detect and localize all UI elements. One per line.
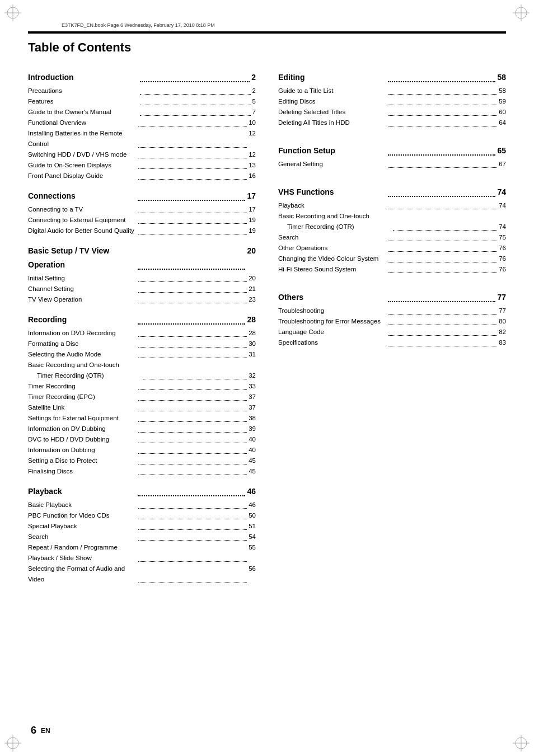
toc-item: Guide to the Owner's Manual 7 [28,107,256,118]
toc-item: Precautions 2 [28,86,256,96]
toc-item: DVC to HDD / DVD Dubbing 40 [28,434,256,445]
toc-item: Information on DVD Recording 28 [28,328,256,339]
toc-item: Repeat / Random / Programme Playback / S… [28,542,256,564]
section-editing: Editing 58 Guide to a Title List 58 Edit… [278,71,506,128]
section-heading-connections: Connections 17 [28,189,256,203]
left-column: Introduction 2 Precautions 2 Features 5 … [28,65,256,585]
toc-item: Settings for External Equipment 38 [28,413,256,424]
toc-item: Editing Discs 59 [278,96,506,107]
toc-item: Functional Overview 10 [28,118,256,128]
meta-line: E3TK7FD_EN.book Page 6 Wednesday, Februa… [28,22,506,28]
toc-item: Channel Setting 21 [28,284,256,294]
toc-item: Finalising Discs 45 [28,466,256,477]
page-language: EN [41,727,50,735]
toc-item: Language Code 82 [278,327,506,337]
corner-tr [513,4,530,21]
toc-item: Basic Playback 46 [28,500,256,510]
toc-item: Troubleshooting 77 [278,306,506,316]
section-function-setup: Function Setup 65 General Setting 67 [278,144,506,170]
page-wrapper: E3TK7FD_EN.book Page 6 Wednesday, Februa… [0,0,534,756]
toc-item: Formatting a Disc 30 [28,339,256,349]
toc-item: Specifications 83 [278,337,506,348]
page-number: 6 [31,725,36,736]
section-heading-introduction: Introduction 2 [28,71,256,84]
toc-item: Features 5 [28,96,256,107]
page-number-area: 6 EN [31,725,50,736]
toc-item: Timer Recording (EPG) 37 [28,392,256,402]
toc-item: Switching HDD / DVD / VHS mode 12 [28,149,256,160]
section-heading-function-setup: Function Setup 65 [278,144,506,158]
toc-item: Selecting the Audio Mode 31 [28,349,256,360]
toc-item: Troubleshooting for Error Messages 80 [278,316,506,327]
toc-item: General Setting 67 [278,159,506,170]
right-column: Editing 58 Guide to a Title List 58 Edit… [278,65,506,585]
toc-columns: Introduction 2 Precautions 2 Features 5 … [28,65,506,585]
section-basic-setup: Basic Setup / TV View Operation 20 Initi… [28,244,256,305]
toc-item: Search 54 [28,532,256,542]
section-heading-vhs-functions: VHS Functions 74 [278,185,506,199]
toc-item: Timer Recording (OTR) 74 [278,222,506,232]
toc-item: Installing Batteries in the Remote Contr… [28,128,256,149]
toc-item: Deleting Selected Titles 60 [278,107,506,118]
page-title: Table of Contents [28,40,506,55]
section-connections: Connections 17 Connecting to a TV 17 Con… [28,189,256,236]
section-heading-basic-setup: Basic Setup / TV View Operation 20 [28,244,256,272]
toc-item: Basic Recording and One-touch [28,360,256,370]
toc-item: Search 75 [278,232,506,243]
toc-item: Information on Dubbing 40 [28,445,256,456]
corner-tl [4,4,21,21]
toc-item: PBC Function for Video CDs 50 [28,510,256,521]
section-heading-editing: Editing 58 [278,71,506,84]
toc-item: TV View Operation 23 [28,294,256,305]
section-vhs-functions: VHS Functions 74 Playback 74 Basic Recor… [278,185,506,275]
toc-item: Information on DV Dubbing 39 [28,424,256,434]
toc-item: Timer Recording (OTR) 32 [28,370,256,381]
toc-item: Deleting All Titles in HDD 64 [278,118,506,128]
section-others: Others 77 Troubleshooting 77 Troubleshoo… [278,290,506,348]
section-introduction: Introduction 2 Precautions 2 Features 5 … [28,71,256,181]
toc-item: Initial Setting 20 [28,273,256,284]
section-recording: Recording 28 Information on DVD Recordin… [28,313,256,477]
corner-bl [4,735,21,752]
section-playback: Playback 46 Basic Playback 46 PBC Functi… [28,485,256,585]
toc-item: Connecting to External Equipment 19 [28,215,256,226]
toc-item: Guide to On-Screen Displays 13 [28,160,256,171]
section-heading-others: Others 77 [278,290,506,304]
toc-item: Changing the Video Colour System 76 [278,253,506,264]
toc-item: Other Operations 76 [278,243,506,253]
toc-item: Special Playback 51 [28,521,256,532]
toc-item: Timer Recording 33 [28,381,256,392]
toc-item: Playback 74 [278,200,506,211]
toc-item: Hi-Fi Stereo Sound System 76 [278,264,506,275]
toc-item: Front Panel Display Guide 16 [28,171,256,181]
corner-br [513,735,530,752]
toc-item: Setting a Disc to Protect 45 [28,456,256,466]
toc-item: Basic Recording and One-touch [278,211,506,222]
toc-item: Guide to a Title List 58 [278,86,506,96]
toc-item: Satellite Link 37 [28,402,256,413]
top-bar [28,31,506,34]
toc-item: Selecting the Format of Audio and Video … [28,564,256,585]
section-heading-playback: Playback 46 [28,485,256,499]
section-heading-recording: Recording 28 [28,313,256,327]
toc-item: Digital Audio for Better Sound Quality 1… [28,226,256,236]
toc-item: Connecting to a TV 17 [28,204,256,215]
